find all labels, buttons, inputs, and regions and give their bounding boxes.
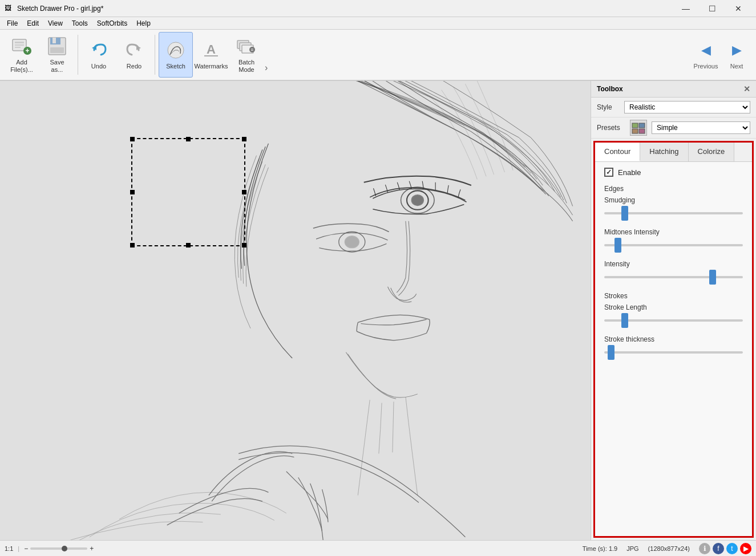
add-files-button[interactable]: + Add File(s)... — [5, 32, 39, 78]
style-select[interactable]: Realistic — [624, 101, 750, 113]
previous-button[interactable]: ◀ Previous — [691, 32, 721, 78]
tabs-row: Contour Hatching Colorize — [595, 143, 752, 162]
svg-rect-28 — [632, 129, 638, 133]
save-as-icon — [47, 36, 67, 56]
facebook-icon[interactable]: f — [713, 543, 724, 554]
undo-button[interactable]: Undo — [82, 32, 116, 78]
smudging-label: Smudging — [604, 196, 743, 204]
twitter-icon[interactable]: t — [726, 543, 738, 554]
maximize-button[interactable]: ☐ — [699, 0, 725, 17]
svg-rect-29 — [639, 129, 645, 133]
add-files-icon: + — [11, 36, 32, 56]
bottom-spacer — [595, 365, 752, 388]
previous-label: Previous — [694, 63, 718, 70]
svg-rect-1 — [15, 42, 24, 43]
stroke-length-slider[interactable] — [604, 315, 743, 326]
toolbox-close-button[interactable]: ✕ — [743, 84, 750, 94]
status-left: 1:1 | − + — [5, 545, 94, 553]
youtube-icon[interactable]: ▶ — [740, 543, 751, 554]
smudging-thumb[interactable] — [621, 206, 628, 221]
midtones-thumb[interactable] — [614, 238, 621, 253]
app-icon: 🖼 — [5, 4, 14, 13]
style-label: Style — [597, 103, 620, 111]
zoom-slider-track[interactable] — [30, 547, 87, 550]
stroke-thickness-label: Stroke thickness — [604, 335, 743, 343]
presets-row: Presets Simple Medium Complex — [591, 117, 756, 139]
zoom-sep: | — [18, 545, 19, 552]
redo-label: Redo — [127, 63, 142, 70]
stroke-length-label: Stroke Length — [604, 303, 743, 311]
midtones-track-bg — [604, 244, 743, 246]
sketch-image — [0, 81, 591, 540]
intensity-slider[interactable] — [604, 271, 743, 283]
time-label: Time (s): — [583, 545, 607, 552]
main-area: Toolbox ✕ Style Realistic Presets Sim — [0, 81, 756, 540]
next-arrow-icon: ▶ — [726, 40, 747, 60]
canvas-area[interactable] — [0, 81, 591, 540]
sketch-button[interactable]: Sketch — [159, 32, 193, 78]
watermarks-button[interactable]: A Watermarks — [194, 32, 228, 78]
status-right: Time (s): 1.9 JPG (1280x877x24) ℹ f t ▶ — [583, 543, 751, 554]
info-icon[interactable]: ℹ — [699, 543, 710, 554]
menu-edit[interactable]: Edit — [22, 17, 43, 30]
zoom-thumb[interactable] — [62, 546, 67, 551]
svg-text:A: A — [207, 42, 216, 56]
svg-rect-8 — [52, 38, 56, 43]
stroke-length-slider-container: Stroke Length — [595, 301, 752, 333]
close-button[interactable]: ✕ — [725, 0, 751, 17]
toolbox-title: Toolbox — [597, 85, 623, 93]
nav-buttons: ◀ Previous ▶ Next — [691, 32, 751, 78]
menu-tools[interactable]: Tools — [67, 17, 92, 30]
midtones-label: Midtones Intensity — [604, 228, 743, 236]
redo-button[interactable]: Redo — [117, 32, 151, 78]
batch-mode-icon: ≡ — [236, 36, 257, 56]
menu-bar: File Edit View Tools SoftOrbits Help — [0, 17, 756, 30]
next-button[interactable]: ▶ Next — [722, 32, 751, 78]
enable-checkbox[interactable] — [604, 168, 613, 177]
minimize-button[interactable]: — — [673, 0, 699, 17]
menu-help[interactable]: Help — [132, 17, 155, 30]
toolbar: + Add File(s)... Save as... Undo — [0, 30, 756, 81]
zoom-minus-icon[interactable]: − — [24, 545, 28, 553]
svg-text:≡: ≡ — [251, 47, 254, 52]
tab-hatching[interactable]: Hatching — [640, 143, 688, 161]
svg-point-23 — [411, 195, 423, 206]
stroke-thickness-slider-container: Stroke thickness — [595, 333, 752, 365]
status-icons: ℹ f t ▶ — [699, 543, 751, 554]
svg-point-25 — [345, 236, 359, 248]
time-value: 1.9 — [609, 545, 617, 552]
batch-mode-label: Batch Mode — [238, 59, 254, 74]
menu-view[interactable]: View — [43, 17, 67, 30]
svg-rect-26 — [632, 123, 638, 128]
save-as-button[interactable]: Save as... — [40, 32, 74, 78]
intensity-thumb[interactable] — [709, 270, 716, 285]
more-button[interactable]: › — [265, 32, 268, 78]
zoom-level: 1:1 — [5, 545, 13, 552]
zoom-slider-container[interactable]: − + — [24, 545, 94, 553]
style-row: Style Realistic — [591, 98, 756, 117]
intensity-slider-container: Intensity — [595, 258, 752, 290]
midtones-slider[interactable] — [604, 240, 743, 251]
stroke-thickness-thumb[interactable] — [608, 345, 614, 360]
stroke-length-thumb[interactable] — [621, 313, 628, 328]
menu-file[interactable]: File — [2, 17, 22, 30]
batch-mode-button[interactable]: ≡ Batch Mode — [229, 32, 264, 78]
stroke-thickness-track-bg — [604, 351, 743, 354]
tab-colorize[interactable]: Colorize — [689, 143, 735, 161]
svg-text:+: + — [25, 47, 29, 55]
window-title: Sketch Drawer Pro - girl.jpg* — [17, 5, 673, 13]
sketch-label: Sketch — [166, 63, 185, 70]
stroke-thickness-slider[interactable] — [604, 347, 743, 358]
zoom-plus-icon[interactable]: + — [90, 545, 94, 553]
intensity-label: Intensity — [604, 260, 743, 268]
presets-select[interactable]: Simple Medium Complex — [652, 121, 750, 134]
tab-contour[interactable]: Contour — [595, 143, 640, 161]
undo-icon — [88, 40, 109, 60]
svg-rect-2 — [15, 44, 24, 46]
toolbox-panel: Toolbox ✕ Style Realistic Presets Sim — [591, 81, 756, 540]
smudging-slider[interactable] — [604, 208, 743, 219]
toolbox-content: Contour Hatching Colorize Enable Edges S… — [593, 141, 754, 538]
watermarks-icon: A — [201, 40, 221, 60]
menu-softorbits[interactable]: SoftOrbits — [92, 17, 132, 30]
enable-row: Enable — [595, 162, 752, 182]
